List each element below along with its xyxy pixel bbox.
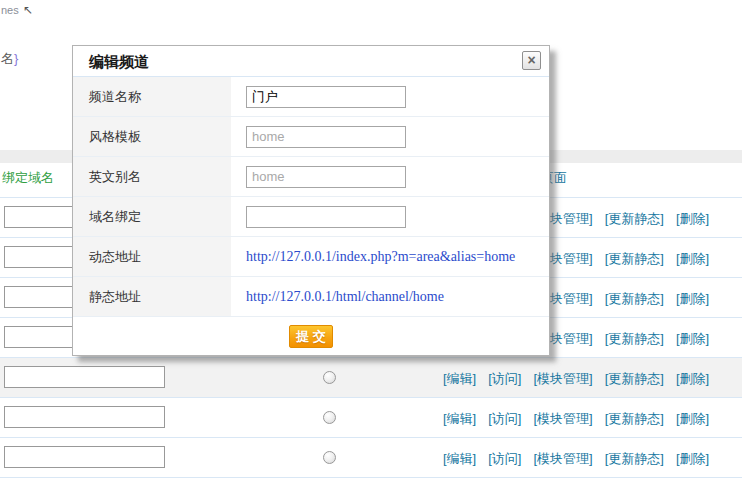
delete-link[interactable]: [删除] [676,451,709,466]
edit-link[interactable]: [编辑] [443,451,476,466]
visit-link[interactable]: [访问] [488,371,521,386]
dialog-footer: 提 交 [73,317,549,355]
default-channel-radio[interactable] [323,411,336,424]
table-row: [编辑][访问][模块管理][更新静态][删除] [0,398,742,438]
update-static-link[interactable]: [更新静态] [605,451,664,466]
delete-link[interactable]: [删除] [676,211,709,226]
table-row: [编辑][访问][模块管理][更新静态][删除] [0,438,742,478]
update-static-link[interactable]: [更新静态] [605,371,664,386]
static-url-label: 静态地址 [73,277,231,316]
static-url-link[interactable]: http://127.0.0.1/html/channel/home [246,289,444,305]
delete-link[interactable]: [删除] [676,291,709,306]
english-alias-label: 英文别名 [73,157,231,196]
channel-name-input[interactable] [246,86,406,108]
static-url-value-cell: http://127.0.0.1/html/channel/home [231,277,549,316]
domain-binding-input[interactable] [246,206,406,228]
column-header-bound-domain: 绑定域名 [2,169,54,187]
row-actions: [编辑][访问][模块管理][更新静态][删除] [443,410,721,428]
dialog-form: 频道名称风格模板英文别名域名绑定动态地址http://127.0.0.1/ind… [73,77,549,317]
edit-channel-dialog: 编辑频道 × 频道名称风格模板英文别名域名绑定动态地址http://127.0.… [72,45,550,356]
channel-name-value-cell [231,77,549,116]
bound-domain-input[interactable] [4,446,165,468]
form-row-domain-binding: 域名绑定 [73,197,549,237]
english-alias-value-cell [231,157,549,196]
close-icon[interactable]: × [522,51,541,70]
domain-binding-value-cell [231,197,549,236]
style-template-input[interactable] [246,126,406,148]
default-channel-radio[interactable] [323,451,336,464]
dynamic-url-link[interactable]: http://127.0.0.1/index.php?m=area&alias=… [246,249,515,265]
dialog-title: 编辑频道 [89,53,149,72]
style-template-value-cell [231,117,549,156]
update-static-link[interactable]: [更新静态] [605,291,664,306]
visit-link[interactable]: [访问] [488,411,521,426]
dynamic-url-label: 动态地址 [73,237,231,276]
mouse-cursor-icon: ↖ [23,3,33,17]
update-static-link[interactable]: [更新静态] [605,211,664,226]
visit-link[interactable]: [访问] [488,451,521,466]
bound-domain-input[interactable] [4,366,165,388]
module-manage-link[interactable]: [模块管理] [533,411,592,426]
edit-link[interactable]: [编辑] [443,371,476,386]
default-channel-radio[interactable] [323,371,336,384]
row-actions: [编辑][访问][模块管理][更新静态][删除] [443,370,721,388]
english-alias-input[interactable] [246,166,406,188]
code-text: 名 [1,51,14,66]
code-brace: } [14,51,18,66]
delete-link[interactable]: [删除] [676,251,709,266]
style-template-label: 风格模板 [73,117,231,156]
form-row-english-alias: 英文别名 [73,157,549,197]
delete-link[interactable]: [删除] [676,411,709,426]
channel-name-label: 频道名称 [73,77,231,116]
module-manage-link[interactable]: [模块管理] [533,451,592,466]
bound-domain-input[interactable] [4,406,165,428]
update-static-link[interactable]: [更新静态] [605,251,664,266]
domain-binding-label: 域名绑定 [73,197,231,236]
form-row-channel-name: 频道名称 [73,77,549,117]
update-static-link[interactable]: [更新静态] [605,331,664,346]
submit-button[interactable]: 提 交 [289,325,333,348]
form-row-style-template: 风格模板 [73,117,549,157]
delete-link[interactable]: [删除] [676,331,709,346]
form-row-dynamic-url: 动态地址http://127.0.0.1/index.php?m=area&al… [73,237,549,277]
update-static-link[interactable]: [更新静态] [605,411,664,426]
module-manage-link[interactable]: [模块管理] [533,371,592,386]
fragment-text: nes [1,4,19,16]
row-actions: [编辑][访问][模块管理][更新静态][删除] [443,450,721,468]
table-row: [编辑][访问][模块管理][更新静态][删除] [0,358,742,398]
delete-link[interactable]: [删除] [676,371,709,386]
dialog-header: 编辑频道 × [73,46,549,77]
form-row-static-url: 静态地址http://127.0.0.1/html/channel/home [73,277,549,317]
clipped-code-fragment: 名} [1,50,18,68]
clipped-text-fragment: nes↖ [1,3,33,17]
dynamic-url-value-cell: http://127.0.0.1/index.php?m=area&alias=… [231,237,549,276]
edit-link[interactable]: [编辑] [443,411,476,426]
